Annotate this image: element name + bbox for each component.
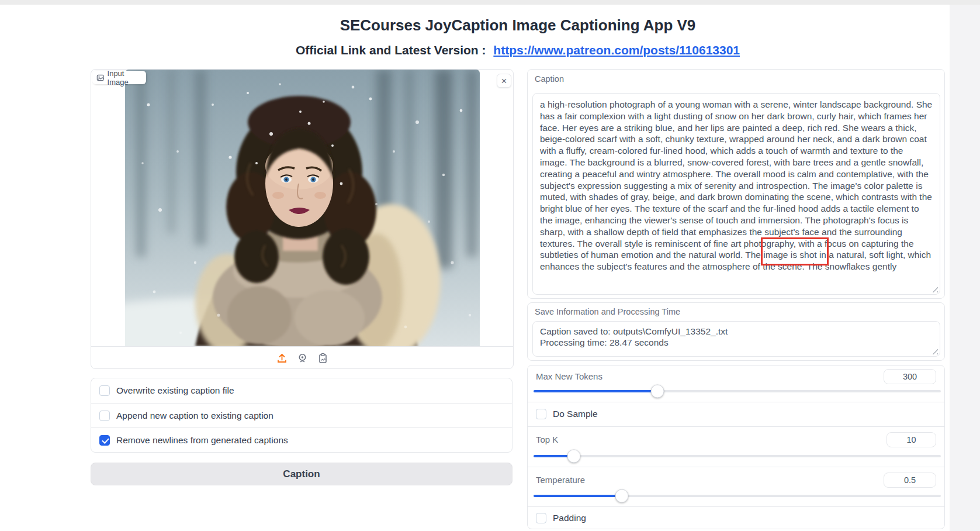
remove-newlines-checkbox[interactable]: [99, 435, 110, 446]
top-k-input[interactable]: [886, 432, 936, 447]
max-new-tokens-slider[interactable]: [534, 390, 941, 392]
save-info-card: Save Information and Processing Time Cap…: [527, 302, 945, 361]
caption-button[interactable]: Caption: [91, 463, 512, 485]
save-info-textarea[interactable]: Caption saved to: outputs\ComfyUI_13352_…: [532, 321, 940, 357]
append-caption-row[interactable]: Append new caption to existing caption: [91, 403, 512, 427]
close-icon: ×: [501, 76, 507, 86]
caption-textarea[interactable]: a high-resolution photograph of a young …: [532, 93, 940, 295]
top-edge-strip: [0, 0, 980, 5]
input-image-chip-label: Input Image: [108, 69, 146, 87]
remove-newlines-label: Remove newlines from generated captions: [116, 435, 288, 446]
temperature-slider[interactable]: [534, 495, 941, 497]
top-k-slider-handle[interactable]: [567, 450, 581, 463]
annotation-red-box: [761, 237, 829, 266]
input-image-chip: Input Image: [92, 71, 146, 84]
caption-output-label: Caption: [535, 74, 564, 84]
caption-text: a high-resolution photograph of a young …: [533, 94, 940, 294]
slider-fill: [534, 390, 657, 392]
top-k-label: Top K: [536, 435, 558, 444]
temperature-label: Temperature: [536, 475, 585, 485]
page-right-gutter: [950, 5, 980, 531]
input-image-card: Input Image ×: [91, 69, 514, 369]
overwrite-caption-label: Overwrite existing caption file: [116, 385, 234, 396]
overwrite-caption-row[interactable]: Overwrite existing caption file: [91, 378, 512, 403]
patreon-link[interactable]: https://www.patreon.com/posts/110613301: [493, 43, 740, 57]
row-divider: [528, 426, 944, 427]
clear-image-button[interactable]: ×: [497, 74, 511, 88]
generation-params-card: Max New Tokens Do Sample Top K Temperatu…: [527, 365, 945, 529]
official-link-label: Official Link and Latest Version :: [296, 43, 486, 57]
save-info-label: Save Information and Processing Time: [535, 307, 680, 316]
temperature-slider-handle[interactable]: [615, 489, 629, 503]
append-caption-label: Append new caption to existing caption: [116, 411, 273, 421]
slider-fill: [534, 495, 622, 497]
do-sample-row[interactable]: Do Sample: [528, 402, 945, 426]
padding-label: Padding: [553, 513, 586, 523]
max-new-tokens-label: Max New Tokens: [536, 371, 602, 381]
image-icon: [96, 74, 105, 82]
image-source-toolbar: [91, 347, 513, 369]
max-new-tokens-slider-handle[interactable]: [650, 385, 664, 398]
file-options-card: Overwrite existing caption file Append n…: [91, 378, 512, 453]
save-info-text: Caption saved to: outputs\ComfyUI_13352_…: [533, 322, 940, 356]
resize-handle-icon[interactable]: [930, 285, 938, 292]
clipboard-paste-icon[interactable]: [315, 351, 330, 365]
app-page: { "header": { "title": "SECourses JoyCap…: [0, 0, 980, 531]
top-k-slider[interactable]: [534, 455, 941, 457]
temperature-input[interactable]: [884, 473, 936, 488]
winter-portrait-image: [125, 70, 480, 346]
append-caption-checkbox[interactable]: [99, 411, 110, 421]
padding-row[interactable]: Padding: [528, 506, 945, 529]
do-sample-label: Do Sample: [553, 409, 598, 419]
webcam-icon[interactable]: [295, 351, 310, 365]
padding-checkbox[interactable]: [536, 513, 546, 523]
overwrite-caption-checkbox[interactable]: [99, 385, 110, 396]
remove-newlines-row[interactable]: Remove newlines from generated captions: [91, 427, 512, 452]
page-title: SECourses JoyCaption Image Captioning Ap…: [91, 16, 945, 35]
input-image-preview[interactable]: [125, 70, 480, 346]
official-link-line: Official Link and Latest Version : https…: [91, 43, 945, 57]
resize-handle-icon[interactable]: [930, 347, 938, 354]
caption-output-card: Caption a high-resolution photograph of …: [527, 69, 945, 299]
max-new-tokens-input[interactable]: [884, 369, 936, 384]
row-divider: [528, 467, 944, 467]
do-sample-checkbox[interactable]: [536, 409, 546, 419]
upload-icon[interactable]: [274, 351, 289, 365]
